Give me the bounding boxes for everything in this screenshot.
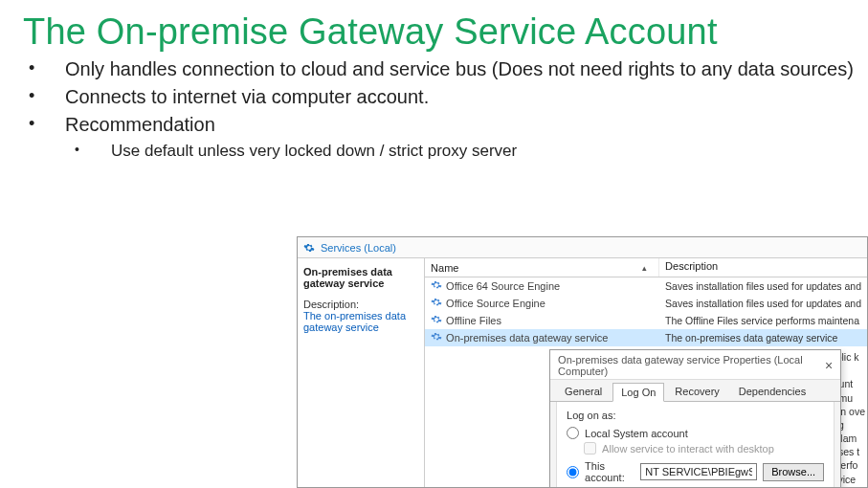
- service-desc: The Offline Files service performs maint…: [659, 315, 867, 326]
- dialog-title-text: On-premises data gateway service Propert…: [558, 354, 825, 377]
- services-list-pane: Name ▴ Description Office 64 Source Engi…: [425, 258, 867, 487]
- services-window-title: Services (Local): [321, 242, 396, 254]
- column-description[interactable]: Description: [659, 258, 867, 277]
- service-desc: Saves installation files used for update…: [659, 298, 867, 309]
- service-row-selected[interactable]: On-premises data gateway service The on-…: [425, 329, 867, 346]
- slide-title: The On-premise Gateway Service Account: [0, 0, 868, 53]
- bullet-3: Recommendation: [29, 112, 868, 138]
- close-icon[interactable]: ×: [825, 358, 833, 373]
- bullet-2: Connects to internet via computer accoun…: [29, 84, 868, 110]
- services-detail-pane: On-premises data gateway service Descrip…: [298, 258, 425, 487]
- bullet-1: Only handles connection to cloud and ser…: [29, 56, 868, 82]
- detail-description-value: The on-premises data gateway service: [303, 310, 418, 333]
- column-name[interactable]: Name ▴: [425, 258, 659, 277]
- dialog-body: Log on as: Local System account Allow se…: [556, 402, 835, 488]
- service-name: On-premises data gateway service: [446, 332, 608, 344]
- account-input[interactable]: [640, 463, 757, 480]
- services-window: Services (Local) On-premises data gatewa…: [297, 236, 868, 488]
- dialog-tabs: General Log On Recovery Dependencies: [550, 380, 840, 402]
- service-desc: Saves installation files used for update…: [659, 280, 867, 292]
- service-desc: The on-premises data gateway service: [659, 332, 867, 344]
- sort-asc-icon: ▴: [642, 263, 647, 273]
- tab-dependencies[interactable]: Dependencies: [730, 382, 814, 401]
- service-name: Office Source Engine: [446, 298, 545, 309]
- radio-local-system-label: Local System account: [585, 428, 688, 439]
- checkbox-interact-desktop-label: Allow service to interact with desktop: [602, 443, 774, 455]
- logon-as-label: Log on as:: [567, 410, 824, 421]
- tab-general[interactable]: General: [556, 382, 611, 401]
- services-window-header: Services (Local): [298, 237, 867, 258]
- sub-bullet-1: Use default unless very locked down / st…: [75, 142, 868, 161]
- sub-bullet-list: Use default unless very locked down / st…: [0, 142, 868, 161]
- radio-local-system[interactable]: [567, 427, 579, 439]
- gear-icon: [303, 242, 315, 254]
- radio-this-account[interactable]: [567, 466, 579, 478]
- service-icon: [431, 314, 442, 327]
- service-row[interactable]: Offline Files The Offline Files service …: [425, 312, 867, 329]
- service-properties-dialog: On-premises data gateway service Propert…: [549, 349, 841, 488]
- service-row[interactable]: Office Source Engine Saves installation …: [425, 295, 867, 312]
- detail-service-name: On-premises data gateway service: [303, 266, 418, 289]
- dialog-titlebar: On-premises data gateway service Propert…: [550, 350, 840, 380]
- tab-log-on[interactable]: Log On: [612, 383, 664, 402]
- service-icon: [431, 331, 442, 344]
- checkbox-interact-desktop: [584, 442, 596, 455]
- service-name: Office 64 Source Engine: [446, 280, 560, 292]
- service-name: Offline Files: [446, 315, 501, 326]
- service-row[interactable]: Office 64 Source Engine Saves installati…: [425, 277, 867, 295]
- tab-recovery[interactable]: Recovery: [666, 382, 727, 401]
- detail-description-label: Description:: [303, 299, 418, 310]
- service-icon: [431, 297, 442, 310]
- browse-button[interactable]: Browse...: [763, 463, 824, 481]
- column-name-label: Name: [431, 262, 458, 274]
- bullet-list: Only handles connection to cloud and ser…: [0, 56, 868, 138]
- services-grid-header: Name ▴ Description: [425, 258, 867, 277]
- service-icon: [431, 279, 442, 293]
- radio-this-account-label: This account:: [585, 460, 634, 483]
